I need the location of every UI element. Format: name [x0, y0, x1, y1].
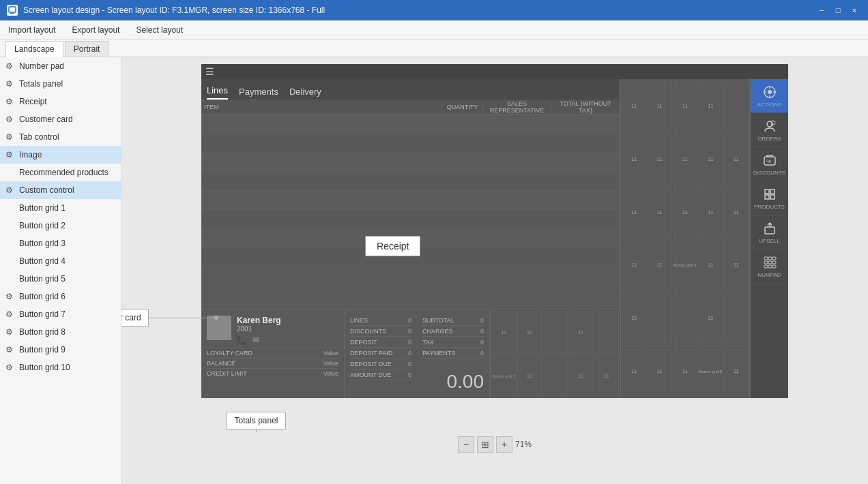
sidebar-item-customercard[interactable]: ⚙ Customer card	[0, 110, 121, 128]
total-label: DEPOSIT PAID	[350, 350, 392, 357]
numpad-icon	[762, 254, 778, 271]
zoom-minus-button[interactable]: −	[458, 436, 474, 453]
svg-point-3	[768, 90, 772, 94]
hamburger-icon[interactable]: ☰	[205, 66, 214, 77]
sidebar-item-buttongrid3[interactable]: ⚙ Button grid 3	[0, 235, 121, 252]
sidebar-item-label: Button grid 8	[19, 327, 115, 337]
grid-cell: 11	[698, 80, 723, 132]
field-value: Value	[323, 360, 338, 367]
grid-cell: 11	[594, 354, 619, 397]
total-label: SUBTOTAL	[422, 317, 454, 324]
grid-cell	[542, 311, 568, 354]
grid-cell: 11	[724, 345, 749, 397]
sidebar-item-buttongrid6[interactable]: ⚙ Button grid 6	[0, 288, 121, 305]
tab-landscape[interactable]: Landscape	[5, 41, 63, 57]
receipt-rows	[201, 115, 620, 309]
grid-cell: 11	[622, 133, 646, 185]
sidebar-item-buttongrid4[interactable]: ⚙ Button grid 4	[0, 252, 121, 270]
sidebar-item-label: Receipt	[19, 97, 115, 106]
svg-rect-20	[764, 261, 768, 264]
grid-cell: 11	[724, 239, 749, 291]
tab-portrait[interactable]: Portrait	[65, 41, 109, 57]
sidebar-item-customcontrol[interactable]: ⚙ Custom control	[0, 181, 121, 199]
totals-row: AMOUNT DUE 0	[350, 370, 411, 380]
gear-icon: ⚙	[5, 150, 15, 160]
sidebar-item-recommended[interactable]: ⚙ Recommended products	[0, 164, 121, 181]
action-btn-numpad[interactable]: NUMPAD	[751, 249, 788, 284]
sidebar-item-buttongrid8[interactable]: ⚙ Button grid 8	[0, 323, 121, 341]
zoom-plus-button[interactable]: +	[496, 436, 512, 453]
svg-rect-14	[765, 195, 769, 199]
field-label: BALANCE	[207, 360, 235, 367]
sidebar-item-buttongrid9[interactable]: ⚙ Button grid 9	[0, 341, 121, 359]
total-value: 0	[480, 339, 484, 346]
sidebar-item-label: Button grid 10	[19, 363, 115, 372]
customer-icons: 📞 ✉	[237, 335, 338, 345]
menu-item-import[interactable]: Import layout	[5, 24, 58, 36]
sidebar-item-buttongrid2[interactable]: ⚙ Button grid 2	[0, 217, 121, 235]
total-label: DEPOSIT	[350, 339, 377, 346]
totals-row: DEPOSIT PAID 0	[350, 348, 411, 359]
grid-cell: 11	[673, 133, 697, 185]
zoom-grid-button[interactable]: ⊞	[477, 436, 493, 453]
sidebar-item-buttongrid1[interactable]: ⚙ Button grid 1	[0, 199, 121, 217]
preview-tab-payments[interactable]: Payments	[239, 87, 278, 100]
action-btn-orders[interactable]: ORDERS	[751, 113, 788, 147]
preview-tab-lines[interactable]: Lines	[207, 85, 228, 100]
gear-icon: ⚙	[5, 61, 15, 71]
grid-cell: 11	[622, 80, 646, 132]
action-btn-discounts[interactable]: % DISCOUNTS	[751, 147, 788, 181]
grid-cell: 22	[698, 292, 723, 344]
sidebar-item-totalspanel[interactable]: ⚙ Totals panel	[0, 75, 121, 93]
center-grid-area: 11 11 11 11 11 11 11 11 11 11 11	[620, 79, 750, 398]
sidebar-item-receipt[interactable]: ⚙ Receipt	[0, 93, 121, 110]
grid-cell: 11	[647, 133, 671, 185]
close-button[interactable]: ×	[848, 3, 861, 17]
sidebar-item-image[interactable]: ⚙ Image	[0, 146, 121, 164]
sidebar-item-label: Button grid 4	[19, 256, 115, 266]
minimize-button[interactable]: −	[815, 3, 828, 17]
gear-icon: ⚙	[5, 132, 15, 142]
callout-label-customercard: Customer card	[121, 309, 149, 327]
sidebar-item-buttongrid10[interactable]: ⚙ Button grid 10	[0, 359, 121, 376]
svg-rect-13	[770, 190, 775, 194]
screen-preview[interactable]: ☰ Lines Payments Delivery	[201, 64, 788, 398]
receipt-row	[201, 172, 620, 191]
sidebar-item-buttongrid7[interactable]: ⚙ Button grid 7	[0, 305, 121, 323]
maximize-button[interactable]: □	[831, 3, 845, 17]
callout-label-totalspanel: Totals panel	[227, 412, 285, 429]
sidebar-item-label: Button grid 6	[19, 292, 115, 301]
total-value: 0	[408, 372, 411, 378]
totals-row: LINES 0	[350, 316, 411, 326]
preview-tab-delivery[interactable]: Delivery	[289, 87, 321, 100]
sidebar-item-buttongrid5[interactable]: ⚙ Button grid 5	[0, 270, 121, 288]
tab-bar: Landscape Portrait	[0, 40, 868, 57]
grid-cell: 11	[673, 80, 697, 132]
title-bar: Screen layout design - Screen layout ID:…	[0, 0, 868, 20]
sidebar-item-numberpad[interactable]: ⚙ Number pad	[0, 57, 121, 75]
grid-cell: 11	[724, 133, 749, 185]
field-label: CREDIT LIMIT	[207, 370, 247, 377]
grid-cell: 22	[622, 292, 646, 344]
gear-icon: ⚙	[5, 327, 15, 337]
customer-field-balance: BALANCE Value	[207, 358, 338, 368]
totals-row: CHARGES 0	[422, 327, 484, 337]
grid-cell: 11	[568, 354, 594, 397]
menu-item-select[interactable]: Select layout	[133, 24, 186, 36]
sidebar-item-label: Button grid 2	[19, 221, 115, 230]
grid-cell: 11	[568, 311, 594, 354]
sidebar-item-label: Button grid 7	[19, 309, 115, 319]
totals-panel-preview: LINES 0 DISCOUNTS 0 DEPOSIT	[345, 310, 490, 398]
menu-item-export[interactable]: Export layout	[69, 24, 122, 36]
grid-cell	[724, 80, 749, 132]
grid-cell	[647, 292, 671, 344]
action-btn-products[interactable]: PRODUCTS	[751, 181, 788, 215]
field-value: Value	[323, 350, 338, 357]
action-btn-actions[interactable]: ACTIONS	[751, 79, 788, 113]
gear-icon: ⚙	[5, 79, 15, 89]
sidebar-item-tabcontrol[interactable]: ⚙ Tab control	[0, 128, 121, 146]
svg-rect-25	[772, 265, 776, 268]
action-btn-upsell[interactable]: UPSELL	[751, 215, 788, 249]
grid-cell: 11	[673, 345, 697, 397]
grid-cell: 11	[698, 239, 723, 291]
